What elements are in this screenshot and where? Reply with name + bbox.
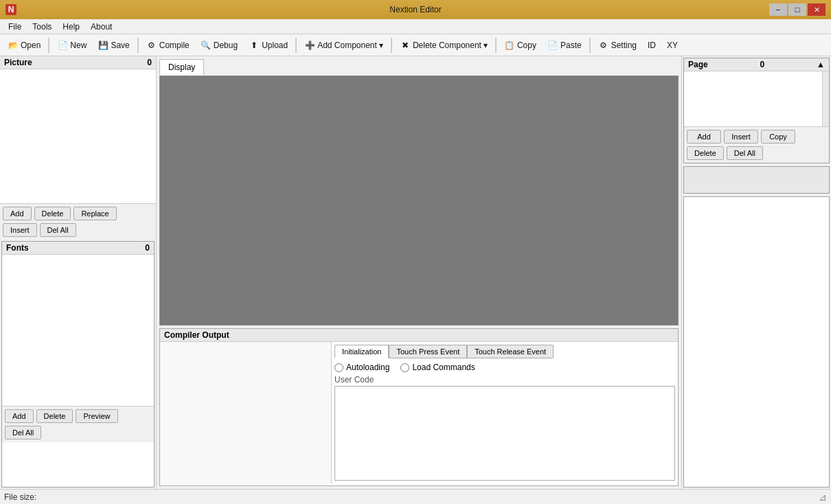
title-bar: N Nextion Editor − □ ✕ (0, 0, 831, 19)
picture-title: Picture (4, 58, 32, 67)
fonts-buttons: Add Delete Preview Del All (2, 406, 154, 442)
compiler-header: Compiler Output (160, 329, 678, 342)
autoloading-radio-label[interactable]: Autoloading (334, 363, 389, 372)
display-area (159, 76, 679, 325)
page-add-button[interactable]: Add (687, 130, 721, 144)
picture-count: 0 (147, 58, 152, 67)
picture-replace-button[interactable]: Replace (73, 207, 116, 220)
page-panel-header: Page 0 ▲ (684, 58, 829, 71)
main-layout: Picture 0 Add Delete Replace Insert Del … (0, 56, 831, 489)
picture-add-button[interactable]: Add (3, 207, 32, 220)
radio-group: Autoloading Load Commands (334, 363, 675, 372)
page-section: Page 0 ▲ Add Insert Copy Delete Del All (683, 58, 830, 163)
compiler-area: Compiler Output Initialization Touch Pre… (159, 328, 679, 486)
app-icon: N (5, 4, 16, 15)
setting-button[interactable]: ⚙ Setting (593, 37, 641, 54)
delete-component-icon: ✖ (400, 40, 411, 51)
separator-5 (495, 38, 497, 53)
load-commands-label: Load Commands (412, 363, 475, 372)
menu-help[interactable]: Help (57, 21, 85, 33)
id-button[interactable]: ID (643, 38, 661, 53)
left-panel: Picture 0 Add Delete Replace Insert Del … (0, 56, 157, 489)
picture-section: Picture 0 Add Delete Replace Insert Del … (0, 56, 156, 240)
page-count: 0 (760, 60, 765, 69)
page-scroll-arrow: ▲ (817, 60, 825, 69)
paste-button[interactable]: 📄 Paste (543, 37, 587, 54)
upload-button[interactable]: ⬆ Upload (244, 37, 293, 54)
compiler-body: Initialization Touch Press Event Touch R… (160, 342, 678, 483)
menu-file[interactable]: File (3, 21, 27, 33)
page-insert-button[interactable]: Insert (724, 130, 758, 144)
load-commands-radio[interactable] (400, 363, 409, 372)
page-buttons: Add Insert Copy Delete Del All (684, 126, 829, 163)
touch-release-tab[interactable]: Touch Release Event (467, 345, 554, 358)
menu-tools[interactable]: Tools (27, 21, 57, 33)
autoloading-radio[interactable] (334, 363, 343, 372)
save-button[interactable]: 💾 Save (93, 37, 134, 54)
picture-del-all-button[interactable]: Del All (40, 223, 76, 237)
compile-icon: ⚙ (146, 40, 157, 51)
title-bar-controls: − □ ✕ (769, 3, 826, 16)
minimize-button[interactable]: − (769, 3, 787, 16)
page-title: Page (688, 60, 708, 69)
attr-section-2 (683, 196, 830, 488)
maximize-button[interactable]: □ (788, 3, 806, 16)
add-component-icon: ➕ (304, 40, 315, 51)
initialization-tab[interactable]: Initialization (334, 345, 389, 358)
picture-delete-button[interactable]: Delete (34, 207, 71, 220)
fonts-count: 0 (145, 243, 150, 253)
open-button[interactable]: 📂 Open (3, 37, 45, 54)
separator-4 (391, 38, 392, 53)
fonts-section: Fonts 0 Add Delete Preview Del All (1, 241, 155, 488)
load-commands-radio-label[interactable]: Load Commands (400, 363, 475, 372)
fonts-panel-header: Fonts 0 (2, 242, 154, 255)
title-bar-left: N (5, 4, 16, 15)
display-tab[interactable]: Display (159, 59, 204, 76)
xy-button[interactable]: XY (662, 38, 683, 53)
page-copy-button[interactable]: Copy (761, 130, 795, 144)
separator-1 (48, 38, 49, 53)
user-code-textarea[interactable] (334, 386, 675, 481)
separator-2 (137, 38, 139, 53)
compiler-output-text (160, 342, 332, 483)
touch-press-tab[interactable]: Touch Press Event (389, 345, 467, 358)
right-panel: Page 0 ▲ Add Insert Copy Delete Del All (681, 56, 831, 489)
close-button[interactable]: ✕ (808, 3, 826, 16)
user-code-label: User Code (334, 375, 675, 385)
fonts-preview-button[interactable]: Preview (76, 409, 117, 423)
autoloading-label: Autoloading (346, 363, 389, 372)
fonts-title: Fonts (6, 243, 29, 253)
separator-3 (295, 38, 297, 53)
setting-icon: ⚙ (598, 40, 609, 51)
compile-button[interactable]: ⚙ Compile (141, 37, 194, 54)
upload-icon: ⬆ (249, 40, 260, 51)
fonts-list (2, 255, 154, 406)
resize-handle[interactable]: ⊿ (819, 492, 827, 503)
fonts-add-button[interactable]: Add (5, 409, 34, 423)
picture-list (0, 69, 156, 203)
picture-insert-button[interactable]: Insert (3, 223, 37, 237)
menu-about[interactable]: About (85, 21, 117, 33)
debug-button[interactable]: 🔍 Debug (196, 37, 242, 54)
picture-buttons: Add Delete Replace Insert Del All (0, 203, 156, 240)
display-tab-bar: Display (157, 56, 681, 76)
status-bar: File size: ⊿ (0, 489, 831, 504)
copy-button[interactable]: 📋 Copy (499, 37, 541, 54)
fonts-del-all-button[interactable]: Del All (5, 426, 41, 439)
new-button[interactable]: 📄 New (52, 37, 91, 54)
page-scroll[interactable] (822, 71, 829, 126)
toolbar: 📂 Open 📄 New 💾 Save ⚙ Compile 🔍 Debug ⬆ … (0, 34, 831, 56)
fonts-delete-button[interactable]: Delete (36, 409, 73, 423)
save-icon: 💾 (98, 40, 109, 51)
compiler-right: Initialization Touch Press Event Touch R… (332, 342, 678, 483)
new-icon: 📄 (57, 40, 68, 51)
page-list (684, 71, 829, 126)
delete-component-button[interactable]: ✖ Delete Component ▾ (395, 37, 492, 54)
page-delete-button[interactable]: Delete (687, 146, 724, 160)
event-tabs: Initialization Touch Press Event Touch R… (334, 345, 675, 358)
page-del-all-button[interactable]: Del All (727, 146, 763, 160)
paste-icon: 📄 (547, 40, 558, 51)
menu-bar: File Tools Help About (0, 19, 831, 34)
add-component-button[interactable]: ➕ Add Component ▾ (299, 37, 388, 54)
window-title: Nextion Editor (389, 5, 441, 14)
